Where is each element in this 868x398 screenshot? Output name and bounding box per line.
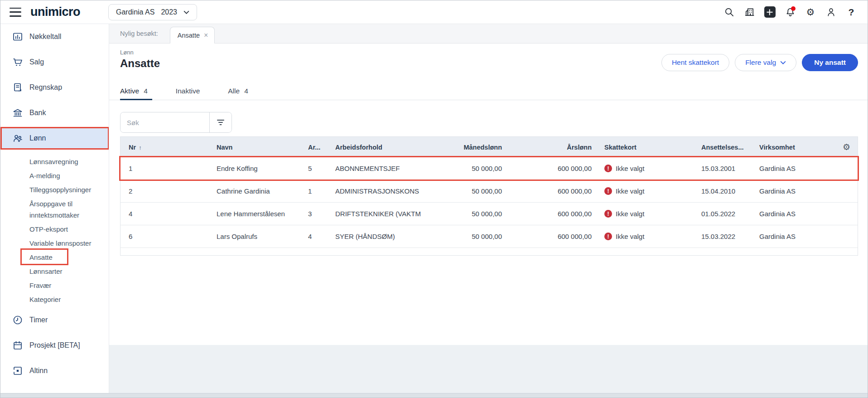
- unimicro-logo: unimicro: [30, 5, 80, 19]
- search-input[interactable]: [121, 112, 209, 132]
- people-icon: [12, 133, 23, 144]
- tab-alle[interactable]: Alle 4: [228, 82, 252, 100]
- submenu-item-kategorier[interactable]: Kategorier: [0, 292, 109, 306]
- sidebar-item-label: Timer: [29, 316, 48, 324]
- recent-tab-ansatte[interactable]: Ansatte ×: [170, 27, 215, 44]
- tab-inaktive[interactable]: Inaktive: [176, 82, 204, 100]
- column-header-nr[interactable]: Nr↑: [121, 144, 209, 151]
- altinn-icon: [12, 365, 23, 376]
- column-header-ansettelsesdato[interactable]: Ansettelses...: [689, 144, 747, 151]
- hent-skattekort-button[interactable]: Hent skattekort: [661, 54, 729, 71]
- sidebar-item-nokkeltall[interactable]: Nøkkeltall: [0, 24, 109, 49]
- submenu-item-lonnsavregning[interactable]: Lønnsavregning: [0, 155, 109, 169]
- alert-icon: !: [604, 233, 612, 240]
- table-header-row: Nr↑ Navn Ar... Arbeidsforhold Månedslønn…: [121, 136, 858, 157]
- column-header-manedslonn[interactable]: Månedslønn: [437, 144, 502, 151]
- user-profile-icon[interactable]: [825, 6, 837, 19]
- column-header-ar[interactable]: Ar...: [300, 144, 328, 151]
- filter-icon: [217, 119, 225, 126]
- company-year-selector[interactable]: Gardinia AS 2023: [108, 4, 197, 20]
- breadcrumb: Lønn: [120, 49, 160, 56]
- recently-visited-bar: Nylig besøkt: Ansatte ×: [109, 24, 868, 44]
- table-row-lars-opalrufs[interactable]: 6 Lars Opalrufs 4 SYER (HÅNDSØM) 50 000,…: [121, 225, 858, 248]
- sidebar-item-label: Bank: [29, 109, 46, 117]
- sidebar-item-lonn[interactable]: Lønn: [0, 126, 109, 151]
- sidebar-bottom-group: Timer Prosjekt [BETA] Altinn: [0, 307, 109, 383]
- sidebar-item-timer[interactable]: Timer: [0, 307, 109, 333]
- bank-icon: [12, 107, 23, 118]
- company-building-icon[interactable]: [743, 6, 756, 19]
- column-header-navn[interactable]: Navn: [209, 144, 300, 151]
- shopping-cart-icon: [12, 57, 23, 68]
- submenu-item-ansatte[interactable]: Ansatte: [0, 250, 109, 264]
- question-mark-glyph: ?: [849, 7, 854, 18]
- ny-ansatt-button[interactable]: Ny ansatt: [802, 54, 858, 71]
- employees-table: Nr↑ Navn Ar... Arbeidsforhold Månedslønn…: [120, 136, 858, 256]
- tab-count: 4: [144, 87, 148, 95]
- sidebar-item-label: Nøkkeltall: [29, 33, 61, 41]
- clock-icon: [12, 315, 23, 325]
- company-name: Gardinia AS: [116, 8, 154, 16]
- hamburger-menu-button[interactable]: [10, 8, 21, 17]
- page-title: Ansatte: [120, 57, 160, 70]
- plus-icon: [764, 6, 776, 18]
- alert-icon: !: [604, 210, 612, 218]
- column-header-arbeidsforhold[interactable]: Arbeidsforhold: [328, 144, 437, 151]
- column-header-arslonn[interactable]: Årslønn: [502, 144, 592, 151]
- sort-ascending-icon: ↑: [139, 144, 142, 151]
- sidebar-item-prosjekt[interactable]: Prosjekt [BETA]: [0, 333, 109, 358]
- chevron-down-icon: [780, 61, 786, 64]
- tab-aktive[interactable]: Aktive 4: [120, 82, 152, 100]
- sidebar-item-label: Salg: [29, 58, 44, 66]
- help-icon[interactable]: ?: [845, 6, 858, 19]
- submenu-item-arsoppgave[interactable]: Årsoppgave til inntektsmottaker: [0, 197, 109, 222]
- submenu-item-a-melding[interactable]: A-melding: [0, 169, 109, 183]
- project-icon: [12, 340, 23, 351]
- recent-tab-label: Ansatte: [178, 32, 200, 39]
- search-icon[interactable]: [723, 6, 735, 19]
- submenu-item-fravaer[interactable]: Fravær: [0, 278, 109, 292]
- page-title-block: Lønn Ansatte: [120, 48, 160, 70]
- bar-chart-icon: [12, 31, 23, 42]
- main-content: Nylig besøkt: Ansatte × Lønn Ansatte Hen…: [109, 24, 868, 393]
- chevron-down-icon: [183, 10, 189, 14]
- tab-count: 4: [244, 87, 248, 95]
- app-body: Nøkkeltall Salg Regnskap Bank: [0, 24, 868, 393]
- column-header-virksomhet[interactable]: Virksomhet: [747, 144, 833, 151]
- sidebar-item-salg[interactable]: Salg: [0, 49, 109, 75]
- flere-valg-button[interactable]: Flere valg: [735, 54, 796, 71]
- close-icon[interactable]: ×: [204, 31, 208, 39]
- sidebar: Nøkkeltall Salg Regnskap Bank: [0, 24, 109, 393]
- sidebar-item-bank[interactable]: Bank: [0, 100, 109, 126]
- filter-button[interactable]: [209, 112, 231, 132]
- topbar-icons: ⚙ ?: [723, 6, 858, 19]
- table-footer-spacer: [121, 248, 858, 255]
- document-icon: [12, 82, 23, 93]
- column-header-skattekort[interactable]: Skattekort: [592, 144, 689, 151]
- notification-badge: [791, 6, 796, 11]
- table-row-cathrine-gardinia[interactable]: 2 Cathrine Gardinia 1 ADMINISTRASJONSKON…: [121, 180, 858, 203]
- submenu-item-variable-lonnsposter[interactable]: Variable lønnsposter: [0, 236, 109, 250]
- window-bottom-strip: [0, 393, 868, 398]
- alert-icon: !: [604, 187, 612, 195]
- table-row-endre-koffing[interactable]: 1 Endre Koffing 5 ABONNEMENTSJEF 50 000,…: [121, 157, 858, 180]
- company-year: 2023: [161, 8, 177, 16]
- column-settings-gear-icon[interactable]: ⚙: [843, 142, 850, 152]
- sidebar-item-altinn[interactable]: Altinn: [0, 358, 109, 383]
- content-background: [109, 345, 868, 393]
- submenu-item-tilleggsopplysninger[interactable]: Tilleggsopplysninger: [0, 183, 109, 197]
- sidebar-item-label: Lønn: [29, 134, 46, 142]
- submenu-item-lonnsarter[interactable]: Lønnsarter: [0, 264, 109, 278]
- sidebar-item-regnskap[interactable]: Regnskap: [0, 75, 109, 100]
- submenu-item-otp-eksport[interactable]: OTP-eksport: [0, 222, 109, 236]
- recently-visited-label: Nylig besøkt:: [120, 30, 158, 37]
- settings-gear-icon[interactable]: ⚙: [804, 6, 817, 19]
- notifications-bell-icon[interactable]: [784, 6, 796, 19]
- page-actions: Hent skattekort Flere valg Ny ansatt: [661, 54, 858, 71]
- search-group: [120, 112, 232, 133]
- quick-create-icon[interactable]: [763, 6, 776, 19]
- topbar: unimicro Gardinia AS 2023 ⚙: [0, 0, 868, 24]
- sidebar-item-label: Altinn: [29, 367, 48, 375]
- page-header: Lønn Ansatte Hent skattekort Flere valg …: [109, 44, 868, 82]
- table-row-lene-hammerstalesen[interactable]: 4 Lene Hammerstålesen 3 DRIFTSTEKNIKER (…: [121, 203, 858, 225]
